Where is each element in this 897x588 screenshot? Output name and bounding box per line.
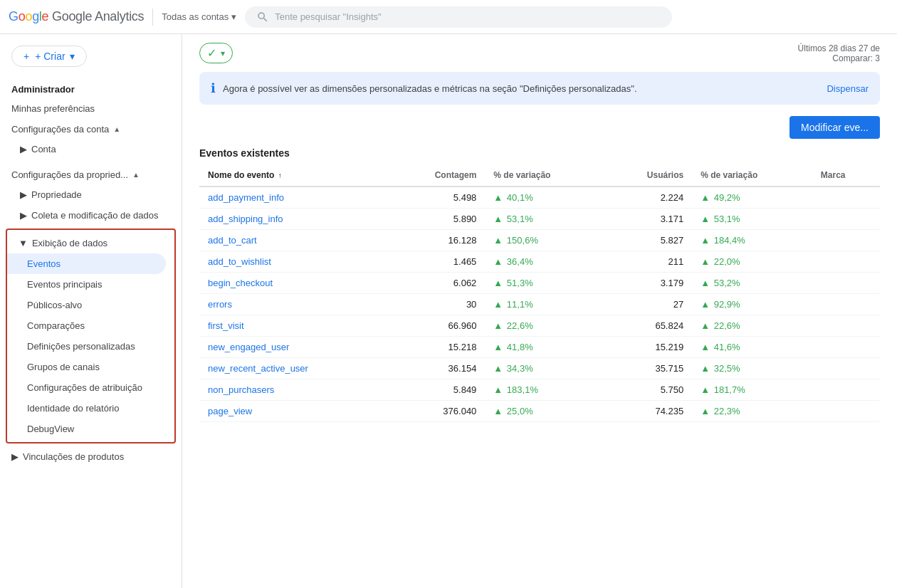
chevron-down-icon: ▾ (231, 11, 236, 22)
dismiss-button[interactable]: Dispensar (827, 83, 869, 94)
arrow-up-icon: ▲ (701, 256, 710, 267)
arrow-up-icon: ▲ (701, 384, 710, 395)
users-cell: 3.171 (605, 209, 692, 230)
sidebar: + + Criar ▾ Administrador Minhas preferê… (0, 34, 182, 588)
arrow-up-icon: ▲ (493, 214, 503, 224)
info-banner: ℹ Agora é possível ver as dimensões pers… (199, 72, 880, 105)
event-name-cell[interactable]: errors (199, 294, 389, 315)
count-var-cell: ▲ 40,1% (485, 187, 605, 209)
sidebar-item-identidade-do-relatório[interactable]: Identidade do relatório (7, 398, 174, 419)
table-body: add_payment_info 5.498 ▲ 40,1% 2.224 ▲ 4… (199, 187, 880, 422)
users-cell: 35.715 (605, 358, 692, 379)
table-row: non_purchasers 5.849 ▲ 183,1% 5.750 ▲ 18… (199, 379, 880, 401)
count-var-cell: ▲ 11,1% (485, 294, 605, 315)
users-var-cell: ▲ 184,4% (692, 230, 812, 251)
marca-cell (812, 230, 880, 251)
sidebar-item-propriedade[interactable]: ▶ Propriedade (0, 184, 182, 205)
search-placeholder: Tente pesquisar "Insights" (275, 11, 381, 22)
count-cell: 15.218 (389, 337, 485, 358)
arrow-up-icon: ▲ (493, 299, 503, 310)
event-name-cell[interactable]: add_to_wishlist (199, 251, 389, 273)
count-cell: 6.062 (389, 273, 485, 294)
col-event-name[interactable]: Nome do evento ↑ (199, 164, 389, 187)
marca-cell (812, 209, 880, 230)
bullet-icon4: ▶ (11, 451, 19, 462)
sidebar-item-configurações-de-atribuição[interactable]: Configurações de atribuição (7, 377, 174, 398)
users-cell: 74.235 (605, 401, 692, 422)
create-button[interactable]: + + Criar ▾ (11, 46, 87, 67)
sidebar-item-eventos-principais[interactable]: Eventos principais (7, 274, 174, 295)
arrow-up-icon: ▲ (701, 320, 710, 331)
users-var-cell: ▲ 53,1% (692, 209, 812, 230)
event-name-cell[interactable]: add_payment_info (199, 187, 389, 209)
sidebar-item-minhas-preferencias[interactable]: Minhas preferências (0, 98, 173, 120)
status-chip[interactable]: ✓ ▾ (199, 43, 233, 63)
modify-event-button[interactable]: Modificar eve... (790, 116, 880, 139)
arrow-up-icon: ▲ (493, 235, 503, 246)
bullet-icon: ▶ (20, 144, 27, 154)
marca-cell (812, 294, 880, 315)
sidebar-item-coleta[interactable]: ▶ Coleta e modificação de dados (0, 205, 182, 226)
col-count-var[interactable]: % de variação (485, 164, 605, 187)
sidebar-item-vinculacoes[interactable]: ▶ Vinculações de produtos (0, 446, 182, 467)
col-users-var[interactable]: % de variação (692, 164, 812, 187)
table-row: add_to_cart 16.128 ▲ 150,6% 5.827 ▲ 184,… (199, 230, 880, 251)
arrow-up-icon: ▲ (493, 406, 503, 416)
count-cell: 36.154 (389, 358, 485, 379)
marca-cell (812, 358, 880, 379)
sidebar-item-grupos-de-canais[interactable]: Grupos de canais (7, 357, 174, 377)
sidebar-item-debugview[interactable]: DebugView (7, 419, 174, 439)
events-table: Nome do evento ↑ Contagem % de variação … (199, 164, 880, 422)
app-logo: Google Google Analytics (9, 9, 144, 24)
arrow-up-icon: ▲ (493, 363, 503, 374)
sidebar-item-definições-personalizadas[interactable]: Definições personalizadas (7, 336, 174, 357)
chevron-up-icon2: ▲ (132, 171, 140, 179)
search-bar[interactable]: Tente pesquisar "Insights" (245, 6, 672, 28)
modify-btn-row: Modificar eve... (182, 116, 897, 147)
event-name-cell[interactable]: new_recent_active_user (199, 358, 389, 379)
col-count[interactable]: Contagem (389, 164, 485, 187)
todas-contas-button[interactable]: Todas as contas ▾ (162, 11, 236, 22)
event-name-cell[interactable]: first_visit (199, 315, 389, 337)
users-var-cell: ▲ 22,6% (692, 315, 812, 337)
divider (152, 9, 153, 26)
users-cell: 5.827 (605, 230, 692, 251)
count-cell: 66.960 (389, 315, 485, 337)
sidebar-item-conta[interactable]: ▶ Conta (0, 139, 182, 159)
sidebar-items: EventosEventos principaisPúblicos-alvoCo… (7, 253, 174, 439)
count-var-cell: ▲ 36,4% (485, 251, 605, 273)
count-var-cell: ▲ 22,6% (485, 315, 605, 337)
event-name-cell[interactable]: add_shipping_info (199, 209, 389, 230)
sidebar-item-públicos-alvo[interactable]: Públicos-alvo (7, 295, 174, 315)
count-var-cell: ▲ 183,1% (485, 379, 605, 401)
event-name-cell[interactable]: non_purchasers (199, 379, 389, 401)
col-marca[interactable]: Marca (812, 164, 880, 187)
bullet-icon3: ▶ (20, 210, 27, 221)
sidebar-item-exibicao[interactable]: ▼ Exibição de dados (7, 233, 174, 253)
users-cell: 5.750 (605, 379, 692, 401)
arrow-up-icon: ▲ (701, 299, 710, 310)
col-users[interactable]: Usuários (605, 164, 692, 187)
section-title: Eventos existentes (199, 147, 880, 159)
event-name-cell[interactable]: add_to_cart (199, 230, 389, 251)
marca-cell (812, 315, 880, 337)
count-cell: 16.128 (389, 230, 485, 251)
count-var-cell: ▲ 51,3% (485, 273, 605, 294)
event-name-cell[interactable]: begin_checkout (199, 273, 389, 294)
exibicao-group: ▼ Exibição de dados EventosEventos princ… (6, 229, 176, 443)
users-var-cell: ▲ 22,3% (692, 401, 812, 422)
sidebar-section-conta-config[interactable]: Configurações da conta ▲ (0, 120, 182, 139)
date-range: Últimos 28 dias 27 de (798, 43, 880, 53)
event-name-cell[interactable]: new_engaged_user (199, 337, 389, 358)
count-var-cell: ▲ 25,0% (485, 401, 605, 422)
marca-cell (812, 379, 880, 401)
main-content: ✓ ▾ Últimos 28 dias 27 de Comparar: 3 ℹ … (182, 34, 897, 588)
table-row: add_to_wishlist 1.465 ▲ 36,4% 211 ▲ 22,0… (199, 251, 880, 273)
sidebar-item-comparações[interactable]: Comparações (7, 315, 174, 336)
table-section: Eventos existentes Nome do evento ↑ Cont… (182, 147, 897, 422)
sidebar-item-eventos[interactable]: Eventos (7, 253, 166, 274)
table-row: new_recent_active_user 36.154 ▲ 34,3% 35… (199, 358, 880, 379)
chevron-down-icon3: ▾ (221, 48, 225, 58)
sidebar-section-propriedade-config[interactable]: Configurações da propried... ▲ (0, 165, 182, 184)
event-name-cell[interactable]: page_view (199, 401, 389, 422)
